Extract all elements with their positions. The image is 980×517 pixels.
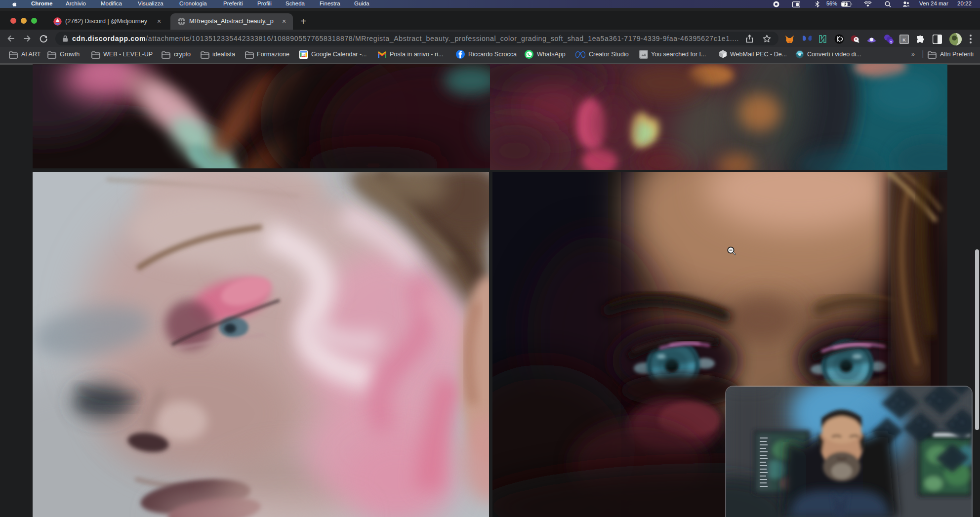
svg-text:5: 5 — [890, 40, 892, 44]
svg-text:31: 31 — [301, 53, 306, 57]
svg-text:K: K — [902, 38, 906, 42]
